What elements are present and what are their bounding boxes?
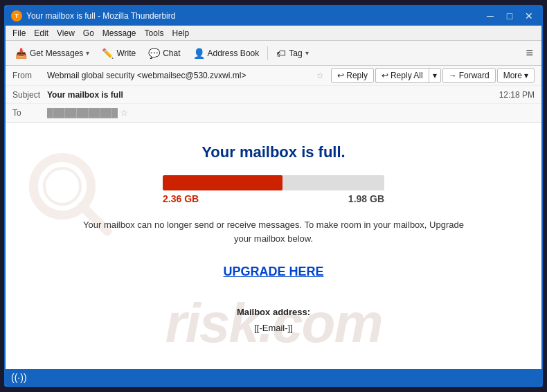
upgrade-link[interactable]: UPGRADE HERE xyxy=(223,265,323,279)
write-icon: ✏️ xyxy=(102,48,114,59)
get-messages-dropdown-icon[interactable]: ▾ xyxy=(86,49,89,57)
status-bar: ((·)) xyxy=(6,369,541,386)
window-controls: ─ □ ✕ xyxy=(483,9,536,23)
menu-message[interactable]: Message xyxy=(98,27,141,39)
from-row: From Webmail global security <webmailsec… xyxy=(6,66,541,86)
email-content: Your mailbox is full. 2.36 GB 1.98 GB Yo… xyxy=(6,123,541,357)
to-label: To xyxy=(12,108,47,118)
to-value: ████████████ xyxy=(47,108,118,118)
subject-value: Your mailbox is full xyxy=(47,90,499,100)
storage-progress: 2.36 GB 1.98 GB xyxy=(163,175,384,204)
progress-bar-background xyxy=(163,175,384,190)
get-messages-button[interactable]: 📥 Get Messages ▾ xyxy=(10,45,95,62)
forward-button[interactable]: → Forward xyxy=(442,68,496,83)
chat-icon: 💬 xyxy=(148,48,160,59)
progress-bar-fill xyxy=(163,175,283,190)
main-toolbar: 📥 Get Messages ▾ ✏️ Write 💬 Chat 👤 Addre… xyxy=(6,41,541,66)
minimize-button[interactable]: ─ xyxy=(483,9,497,23)
to-star-icon[interactable]: ☆ xyxy=(120,108,128,118)
reply-actions: ↩ Reply ↩ Reply All ▾ → Forward More ▾ xyxy=(331,68,535,83)
used-storage-label: 2.36 GB xyxy=(163,193,199,204)
menu-help[interactable]: Help xyxy=(168,27,194,39)
reply-icon: ↩ xyxy=(337,71,344,80)
menu-tools[interactable]: Tools xyxy=(141,27,168,39)
app-icon: T xyxy=(11,10,22,21)
write-button[interactable]: ✏️ Write xyxy=(96,45,141,62)
menu-go[interactable]: Go xyxy=(79,27,98,39)
progress-labels: 2.36 GB 1.98 GB xyxy=(163,193,384,204)
menu-file[interactable]: File xyxy=(8,27,30,39)
subject-label: Subject xyxy=(12,90,47,100)
toolbar-separator xyxy=(267,46,268,60)
email-body: risk.com Your mailbox is full. 2.36 GB 1… xyxy=(6,123,541,369)
reply-all-group: ↩ Reply All ▾ xyxy=(375,68,441,83)
close-button[interactable]: ✕ xyxy=(522,9,536,23)
window-title: Your mailbox is full - Mozilla Thunderbi… xyxy=(26,11,483,21)
mailbox-value: [[-Email-]] xyxy=(254,323,293,333)
mailbox-label: Mailbox address: xyxy=(237,307,310,317)
tag-button[interactable]: 🏷 Tag ▾ xyxy=(271,45,314,62)
get-messages-icon: 📥 xyxy=(15,48,27,59)
email-header: From Webmail global security <webmailsec… xyxy=(6,66,541,123)
menu-edit[interactable]: Edit xyxy=(30,27,53,39)
more-button[interactable]: More ▾ xyxy=(497,68,535,83)
menu-bar: File Edit View Go Message Tools Help xyxy=(6,26,541,41)
application-window: T Your mailbox is full - Mozilla Thunder… xyxy=(4,5,543,387)
title-bar: T Your mailbox is full - Mozilla Thunder… xyxy=(6,6,541,26)
from-value: Webmail global security <webmailsec@530.… xyxy=(47,71,314,80)
reply-all-button[interactable]: ↩ Reply All xyxy=(375,68,429,83)
from-label: From xyxy=(12,71,47,80)
address-book-icon: 👤 xyxy=(193,48,205,59)
limit-storage-label: 1.98 GB xyxy=(348,193,384,204)
to-row: To ████████████ ☆ xyxy=(6,104,541,122)
chat-button[interactable]: 💬 Chat xyxy=(143,45,186,62)
forward-icon: → xyxy=(449,71,457,80)
more-dropdown-icon: ▾ xyxy=(524,71,528,80)
maximize-button[interactable]: □ xyxy=(503,9,517,23)
reply-button[interactable]: ↩ Reply xyxy=(331,68,374,83)
address-book-button[interactable]: 👤 Address Book xyxy=(188,45,265,62)
email-time: 12:18 PM xyxy=(499,90,535,100)
menu-view[interactable]: View xyxy=(53,27,79,39)
email-description: Your mailbox can no longer send or recei… xyxy=(83,218,464,245)
reply-all-dropdown-button[interactable]: ▾ xyxy=(429,68,441,83)
tag-dropdown-icon[interactable]: ▾ xyxy=(305,49,309,57)
star-icon[interactable]: ☆ xyxy=(316,71,324,80)
mailbox-info: Mailbox address: [[-Email-]] xyxy=(33,304,514,337)
status-icon: ((·)) xyxy=(11,372,27,383)
subject-row: Subject Your mailbox is full 12:18 PM xyxy=(6,86,541,104)
reply-all-icon: ↩ xyxy=(382,71,388,80)
hamburger-menu-button[interactable]: ≡ xyxy=(521,46,537,60)
email-title: Your mailbox is full. xyxy=(33,143,514,161)
tag-icon: 🏷 xyxy=(276,48,286,59)
